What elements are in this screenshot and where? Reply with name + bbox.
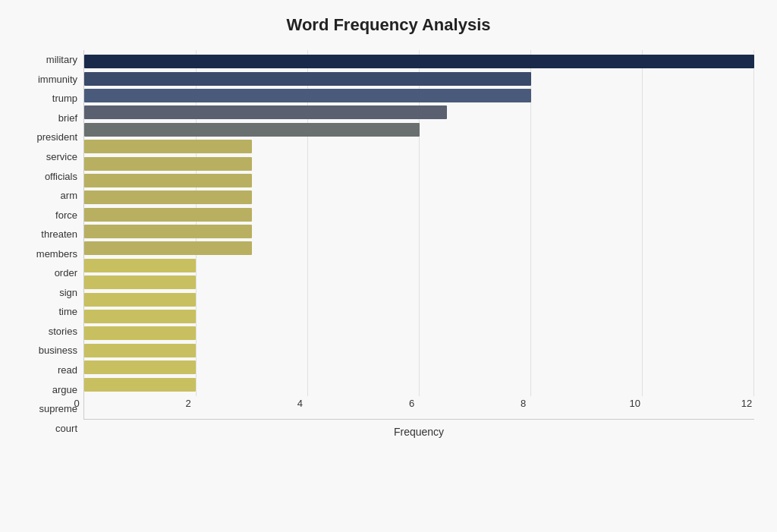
y-label-force: force	[55, 205, 77, 225]
bar-row-force	[84, 189, 754, 206]
x-tick-4: 4	[288, 398, 311, 409]
x-tick-10: 10	[624, 398, 646, 409]
bar-supreme	[84, 360, 196, 374]
bar-threaten	[84, 208, 252, 222]
bar-service	[84, 140, 252, 153]
bar-sign	[84, 259, 196, 272]
bar-row-court	[84, 376, 754, 393]
bar-members	[84, 225, 252, 238]
x-axis-labels: 024681012	[84, 396, 754, 419]
bar-president	[84, 123, 420, 137]
y-label-officials: officials	[45, 166, 77, 186]
bar-row-business	[84, 308, 754, 325]
plot-area: 024681012	[83, 50, 754, 420]
bar-row-argue	[84, 342, 754, 359]
bar-military	[84, 55, 754, 68]
bar-order	[84, 241, 252, 255]
y-label-trump: trump	[52, 89, 77, 109]
y-label-arm: arm	[61, 186, 77, 206]
y-label-military: military	[46, 50, 77, 70]
y-label-brief: brief	[58, 109, 77, 128]
bar-row-time	[84, 274, 754, 291]
y-label-read: read	[58, 360, 77, 380]
bar-row-order	[84, 240, 754, 257]
y-label-service: service	[46, 147, 77, 167]
bar-row-arm	[84, 172, 754, 189]
y-label-court: court	[55, 418, 77, 438]
bar-row-read	[84, 325, 754, 342]
y-label-president: president	[37, 127, 77, 147]
y-label-time: time	[58, 302, 77, 322]
bar-row-stories	[84, 291, 754, 308]
y-label-sign: sign	[59, 283, 77, 303]
y-axis: militaryimmunitytrumpbriefpresidentservi…	[23, 50, 83, 438]
x-tick-2: 2	[177, 398, 200, 409]
x-tick-12: 12	[735, 398, 758, 409]
y-label-order: order	[55, 263, 77, 283]
y-label-stories: stories	[49, 322, 77, 342]
bar-trump	[84, 89, 531, 102]
y-label-argue: argue	[52, 379, 77, 399]
bar-row-members	[84, 223, 754, 240]
bar-row-brief	[84, 104, 754, 121]
bar-row-service	[84, 138, 754, 155]
bar-force	[84, 190, 252, 204]
bar-officials	[84, 157, 252, 171]
bar-row-military	[84, 53, 754, 70]
bar-row-immunity	[84, 71, 754, 87]
y-label-members: members	[36, 244, 77, 263]
bar-immunity	[84, 72, 531, 86]
bar-brief	[84, 105, 447, 119]
y-label-threaten: threaten	[41, 225, 77, 244]
x-tick-8: 8	[512, 398, 535, 409]
chart-title: Word Frequency Analysis	[23, 15, 754, 35]
bar-read	[84, 326, 196, 340]
y-label-immunity: immunity	[38, 70, 77, 90]
x-tick-6: 6	[401, 398, 423, 409]
bar-row-officials	[84, 156, 754, 172]
y-label-business: business	[39, 341, 77, 360]
bar-argue	[84, 344, 196, 357]
bar-arm	[84, 174, 252, 187]
bar-row-president	[84, 121, 754, 138]
chart-container: Word Frequency Analysis militaryimmunity…	[0, 0, 777, 532]
bars-area	[84, 50, 754, 396]
bar-stories	[84, 293, 196, 307]
bar-row-supreme	[84, 359, 754, 376]
bar-row-trump	[84, 87, 754, 104]
x-tick-0: 0	[65, 398, 88, 409]
bar-business	[84, 310, 196, 323]
x-axis-title: Frequency	[83, 426, 754, 438]
bar-row-sign	[84, 257, 754, 274]
bar-row-threaten	[84, 206, 754, 223]
bar-court	[84, 378, 196, 392]
bar-time	[84, 275, 196, 289]
